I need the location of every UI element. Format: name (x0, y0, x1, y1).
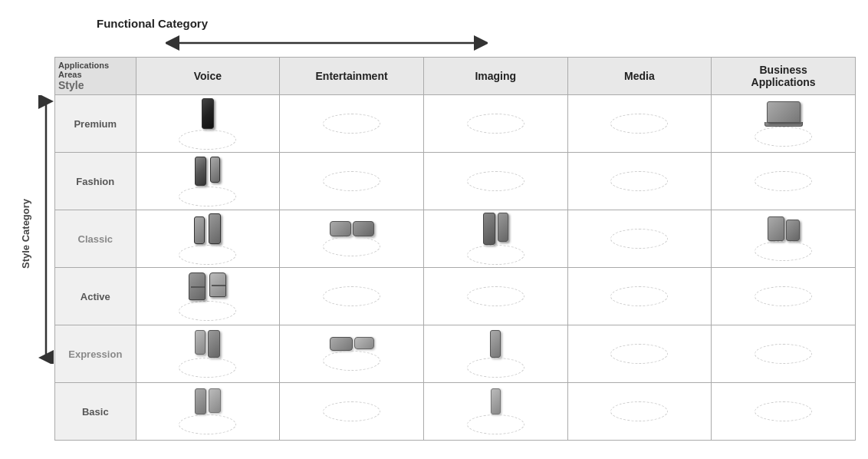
cell-classic-business (712, 210, 856, 268)
corner-style: Style (58, 79, 84, 91)
cell-expression-voice (136, 325, 280, 383)
oval-fashion-img (467, 171, 524, 191)
col-header-media: Media (567, 58, 712, 95)
style-arrow (38, 95, 54, 364)
matrix-table: Applications Areas Style Voice Entertain… (54, 57, 856, 441)
oval-fashion-media (610, 171, 668, 191)
cell-fashion-business (712, 153, 856, 210)
phone-active-v1 (189, 272, 205, 300)
oval-expr-ent (323, 351, 380, 371)
col-header-imaging: Imaging (423, 58, 567, 95)
grid-container: Applications Areas Style Voice Entertain… (54, 57, 856, 441)
oval-classic-ent (323, 236, 380, 256)
oval-classic-media (610, 229, 668, 249)
cell-basic-voice (136, 383, 280, 441)
cell-premium-media (567, 95, 712, 153)
oval-basic-media (610, 401, 668, 421)
phone-fashion-v2 (210, 157, 220, 183)
style-category-label: Style Category (20, 149, 31, 318)
oval-premium-img (467, 114, 524, 134)
oval-basic-ent (323, 401, 380, 421)
oval-classic-biz (755, 241, 812, 261)
functional-category-label: Functional Category (97, 17, 208, 30)
cell-classic-imaging (423, 210, 567, 268)
oval-active-img (467, 286, 524, 306)
oval-basic-img (467, 414, 524, 434)
cell-fashion-imaging (423, 153, 567, 210)
corner-cell: Applications Areas Style (55, 58, 136, 95)
phone-basic-img (491, 388, 501, 414)
row-label-fashion: Fashion (55, 153, 136, 210)
row-expression: Expression (55, 325, 856, 383)
oval-fashion-biz (755, 171, 812, 191)
oval-active-ent (323, 286, 380, 306)
corner-line1: Applications (58, 61, 109, 70)
cell-basic-imaging (423, 383, 567, 441)
row-premium: Premium (55, 95, 856, 153)
oval-classic-voice (179, 245, 236, 265)
cell-basic-media (567, 383, 712, 441)
phone-classic-ent2 (353, 221, 374, 236)
cell-expression-business (712, 325, 856, 383)
cell-classic-voice (136, 210, 280, 268)
oval-premium-voice (179, 130, 236, 150)
phone-classic-v2 (209, 213, 221, 244)
oval-classic-img (467, 245, 524, 265)
phone-expr-ent2 (354, 337, 374, 349)
cell-premium-business (712, 95, 856, 153)
cell-active-business (712, 268, 856, 325)
row-label-active: Active (55, 268, 136, 325)
phone-expr-v1 (195, 330, 205, 355)
phone-expr-img (490, 330, 501, 358)
oval-fashion-voice (179, 187, 236, 206)
oval-basic-voice (179, 414, 236, 434)
cell-active-imaging (423, 268, 567, 325)
row-fashion: Fashion (55, 153, 856, 210)
phone-classic-ent1 (330, 221, 351, 236)
phone-expr-v2 (208, 330, 220, 358)
row-label-classic: Classic (55, 210, 136, 268)
cell-premium-entertainment (280, 95, 424, 153)
oval-active-biz (755, 286, 812, 306)
pda-classic-biz (768, 216, 784, 241)
phone-classic-biz2 (786, 220, 800, 241)
cell-basic-entertainment (280, 383, 424, 441)
oval-expr-img (467, 358, 524, 378)
oval-premium-biz (755, 127, 812, 147)
cell-fashion-entertainment (280, 153, 424, 210)
phone-active-v2 (209, 272, 226, 297)
col-header-voice: Voice (136, 58, 280, 95)
row-label-basic: Basic (55, 383, 136, 441)
col-header-business: BusinessApplications (712, 58, 856, 95)
row-classic: Classic (55, 210, 856, 268)
cell-expression-imaging (423, 325, 567, 383)
oval-active-voice (179, 301, 236, 321)
phone-classic-img1 (483, 213, 495, 245)
phone-icon-premium-voice (202, 98, 214, 129)
cell-classic-entertainment (280, 210, 424, 268)
row-label-premium: Premium (55, 95, 136, 153)
cell-active-entertainment (280, 268, 424, 325)
col-header-entertainment: Entertainment (280, 58, 424, 95)
oval-expr-voice (179, 358, 236, 378)
oval-expr-biz (755, 344, 812, 364)
row-label-expression: Expression (55, 325, 136, 383)
oval-fashion-ent (323, 171, 380, 191)
cell-active-voice (136, 268, 280, 325)
phone-basic-v1 (195, 388, 206, 414)
laptop-icon-premium-biz (767, 101, 801, 123)
cell-classic-media (567, 210, 712, 268)
oval-premium-ent (323, 114, 380, 134)
phone-fashion-v1 (195, 157, 206, 186)
phone-basic-v2 (209, 388, 221, 413)
row-active: Active (55, 268, 856, 325)
corner-line2: Areas (58, 70, 82, 79)
cell-fashion-voice (136, 153, 280, 210)
oval-active-media (610, 286, 668, 306)
oval-expr-media (610, 344, 668, 364)
cell-active-media (567, 268, 712, 325)
functional-arrow (166, 35, 488, 51)
diagram-wrapper: Functional Category Style Category (12, 11, 856, 448)
phone-classic-img2 (498, 213, 508, 242)
oval-premium-media (610, 114, 668, 134)
